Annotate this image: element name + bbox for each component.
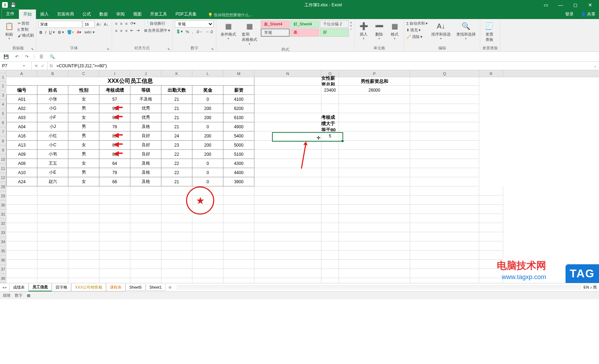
grid-cell[interactable] xyxy=(161,269,192,278)
grid-cell[interactable]: 考核成绩大于等于80的人数 xyxy=(321,122,339,131)
expand-formula-bar-icon[interactable]: ⌄ xyxy=(591,63,599,68)
grid-cell[interactable] xyxy=(223,223,254,232)
grid-cell[interactable] xyxy=(192,251,223,260)
grid-cell[interactable]: 王五 xyxy=(37,159,68,168)
grid-cell[interactable] xyxy=(321,177,339,186)
conditional-format-button[interactable]: ▦条件格式▾ xyxy=(218,20,238,41)
row-header[interactable]: 1 xyxy=(0,73,6,81)
grid-cell[interactable]: 0 xyxy=(192,122,223,131)
grid-cell[interactable] xyxy=(410,131,479,141)
add-sheet-button[interactable]: ⊕ xyxy=(166,285,174,290)
grid-cell[interactable] xyxy=(99,205,130,214)
grid-cell[interactable] xyxy=(410,150,479,159)
indent-left-icon[interactable]: ⇤ xyxy=(129,28,135,33)
grid-cell[interactable] xyxy=(254,113,321,122)
qat-redo-icon[interactable]: ↷ xyxy=(24,54,30,60)
grid-cell[interactable] xyxy=(321,278,339,283)
dec-decimal-icon[interactable]: ←.0 xyxy=(205,29,214,34)
grid-cell[interactable] xyxy=(99,251,130,260)
grid-cell[interactable] xyxy=(68,205,99,214)
grid-cell[interactable]: A10 xyxy=(6,168,37,177)
grid-cell[interactable]: 女 xyxy=(68,141,99,150)
row-header[interactable]: 8 xyxy=(0,136,6,146)
fx-icon[interactable]: fx xyxy=(48,63,55,68)
sheet-tab[interactable]: 成绩表 xyxy=(9,284,29,291)
grid-cell[interactable]: 66 xyxy=(99,177,130,186)
grid-cell[interactable]: 21 xyxy=(161,95,192,104)
grid-cell[interactable] xyxy=(254,95,321,104)
wrap-text-button[interactable]: 📄 自动换行 xyxy=(144,20,170,26)
grid-cell[interactable] xyxy=(254,214,321,223)
grid-cell[interactable] xyxy=(37,186,68,196)
grid-cell[interactable] xyxy=(223,278,254,283)
grid-cell[interactable] xyxy=(410,168,479,177)
grid-cell[interactable] xyxy=(479,278,503,283)
grid-cell[interactable]: 4300 xyxy=(223,159,254,168)
grid-cell[interactable] xyxy=(68,214,99,223)
grid-cell[interactable] xyxy=(223,196,254,205)
grid-cell[interactable] xyxy=(130,214,161,223)
grid-cell[interactable] xyxy=(130,205,161,214)
tab-nav-last-icon[interactable]: ▸ xyxy=(5,285,7,290)
grid-cell[interactable] xyxy=(192,278,223,283)
grid-cell[interactable]: 22 xyxy=(161,168,192,177)
cellstyle-bad[interactable]: 差 xyxy=(290,29,319,37)
grid-cell[interactable]: 男 xyxy=(68,104,99,113)
row-header[interactable]: 36 xyxy=(0,255,6,265)
worksheet-grid[interactable]: 1234567891011122829303132333435363738 AB… xyxy=(0,70,599,283)
grid-cell[interactable] xyxy=(6,278,37,283)
grid-cell[interactable]: 4900 xyxy=(223,122,254,131)
grid-cell[interactable] xyxy=(339,205,410,214)
grid-cell[interactable]: 不及格 xyxy=(130,95,161,104)
grid-cell[interactable] xyxy=(254,177,321,186)
invoice-check-button[interactable]: 🧾发票 查验 xyxy=(482,20,496,43)
grid-cell[interactable] xyxy=(321,141,339,150)
grid-cell[interactable] xyxy=(130,186,161,196)
grid-cell[interactable] xyxy=(410,223,479,232)
grid-cell[interactable]: A09 xyxy=(6,150,37,159)
grid-cell[interactable] xyxy=(161,260,192,269)
grid-cell[interactable]: 200 xyxy=(192,150,223,159)
grid-cell[interactable]: 考核成绩 xyxy=(99,86,130,95)
decrease-font-icon[interactable]: A↓ xyxy=(103,22,110,27)
grid-cell[interactable]: 6100 xyxy=(223,113,254,122)
grid-cell[interactable]: 男 xyxy=(68,122,99,131)
grid-cell[interactable] xyxy=(161,278,192,283)
tab-layout[interactable]: 页面布局 xyxy=(53,10,78,19)
tab-nav-first-icon[interactable]: ◂ xyxy=(2,285,4,290)
grid-cell[interactable]: 良好 xyxy=(130,141,161,150)
col-header[interactable]: J xyxy=(130,70,161,77)
grid-cell[interactable]: 男 xyxy=(68,131,99,141)
grid-cell[interactable] xyxy=(99,186,130,196)
grid-cell[interactable] xyxy=(254,241,321,251)
font-color-button[interactable]: A▾ xyxy=(76,30,82,35)
grid-cell[interactable] xyxy=(6,260,37,269)
grid-cell[interactable] xyxy=(130,269,161,278)
row-header[interactable]: 10 xyxy=(0,155,6,164)
grid-cell[interactable]: 23400 xyxy=(321,86,339,95)
clear-button[interactable]: 🧹 清除 ▾ xyxy=(406,34,428,40)
grid-cell[interactable]: 200 xyxy=(192,131,223,141)
grid-cell[interactable] xyxy=(130,232,161,241)
grid-cell[interactable] xyxy=(339,223,410,232)
grid-cell[interactable] xyxy=(339,232,410,241)
grid-cell[interactable] xyxy=(99,223,130,232)
grid-cell[interactable] xyxy=(479,241,503,251)
row-header[interactable]: 3 xyxy=(0,91,6,100)
grid-cell[interactable] xyxy=(68,269,99,278)
grid-cell[interactable] xyxy=(37,260,68,269)
grid-cell[interactable] xyxy=(37,269,68,278)
tab-pdf[interactable]: PDF工具集 xyxy=(171,10,201,19)
grid-cell[interactable] xyxy=(321,196,339,205)
grid-cell[interactable] xyxy=(192,241,223,251)
grid-cell[interactable] xyxy=(99,196,130,205)
grid-cell[interactable] xyxy=(339,104,410,113)
grid-cell[interactable]: 小韦 xyxy=(37,150,68,159)
grid-cell[interactable] xyxy=(321,269,339,278)
cellstyle-good-sheet4[interactable]: 好_Sheet4 xyxy=(290,20,319,28)
grid-cell[interactable] xyxy=(223,241,254,251)
font-name-select[interactable] xyxy=(38,21,82,28)
grid-cell[interactable]: 200 xyxy=(192,113,223,122)
grid-cell[interactable]: 5100 xyxy=(223,150,254,159)
name-box[interactable] xyxy=(2,63,23,68)
